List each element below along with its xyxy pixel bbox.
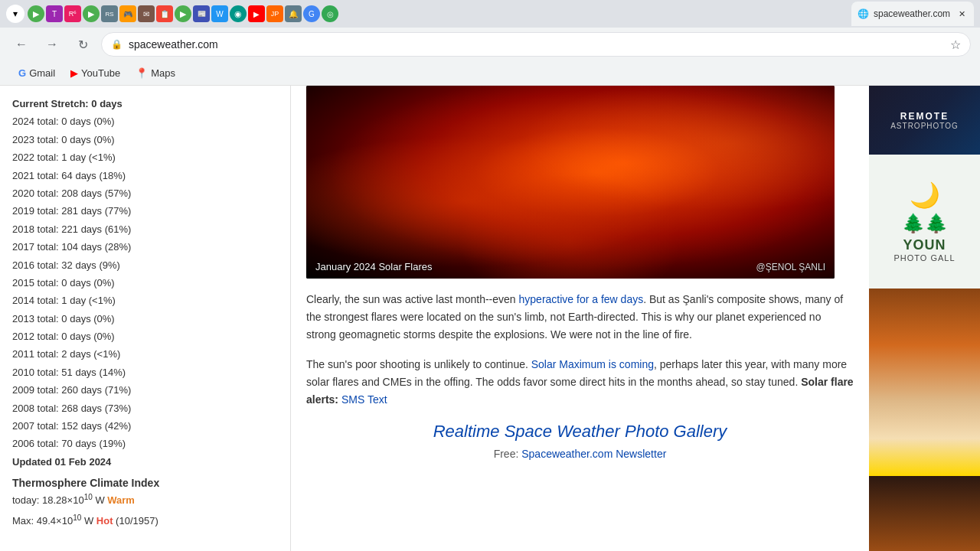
bookmark-button[interactable]: ☆ — [950, 37, 961, 52]
stat-2010: 2010 total: 51 days (14%) — [12, 364, 278, 381]
tab-icon-12[interactable]: ▶ — [248, 5, 265, 22]
tab-icon-9[interactable]: 📰 — [193, 5, 210, 22]
article-paragraph-2: The sun's poor shooting is unlikely to c… — [306, 356, 854, 409]
tree-icon: 🌲🌲 — [902, 213, 948, 234]
right-ad-2[interactable]: 🌙 🌲🌲 YOUN PHOTO GALL — [869, 155, 980, 289]
stat-2016: 2016 total: 32 days (9%) — [12, 256, 278, 274]
stat-2015: 2015 total: 0 days (0%) — [12, 274, 278, 292]
stat-2007: 2007 total: 152 days (42%) — [12, 417, 278, 435]
tab-icon-14[interactable]: 🔔 — [285, 5, 302, 22]
right-ad-3[interactable] — [869, 289, 980, 476]
stat-2023: 2023 total: 0 days (0%) — [12, 131, 278, 148]
tab-close-button[interactable]: ✕ — [956, 8, 968, 20]
ad1-line1: Remote — [890, 111, 959, 122]
hyperactive-link[interactable]: hyperactive for a few days — [519, 293, 644, 305]
stat-2011: 2011 total: 2 days (<1%) — [12, 345, 278, 363]
right-ad-4[interactable]: AvertedImag — [869, 476, 980, 551]
newsletter-link[interactable]: Spaceweather.com Newsletter — [521, 448, 666, 460]
thermosphere-max: Max: 49.4×1010 W Hot (10/1957) — [12, 511, 278, 530]
bookmark-maps[interactable]: 📍 Maps — [129, 64, 181, 82]
today-status: Warm — [107, 494, 135, 506]
image-caption-left: January 2024 Solar Flares — [315, 261, 432, 272]
article-paragraph-1: Clearly, the sun was active last month--… — [306, 291, 854, 344]
right-ad-1[interactable]: Remote Astrophotog — [869, 86, 980, 155]
tab-icon-16[interactable]: ◎ — [322, 5, 338, 22]
tab-icon-7[interactable]: 📋 — [156, 5, 173, 22]
bookmark-youtube-label: YouTube — [81, 67, 120, 79]
solar-image-bg — [306, 86, 835, 279]
tab-icon-0[interactable]: ▶ — [28, 5, 44, 22]
solar-surface-overlay — [306, 86, 835, 279]
secure-icon: 🔒 — [111, 39, 122, 50]
gallery-heading-link[interactable]: Realtime Space Weather Photo Gallery — [306, 422, 854, 442]
p2-before: The sun's poor shooting is unlikely to c… — [306, 358, 531, 370]
bookmark-maps-label: Maps — [151, 67, 175, 79]
newsletter-text: Free: Spaceweather.com Newsletter — [306, 448, 854, 460]
tab-icon-4[interactable]: RS — [101, 5, 118, 22]
max-status: Hot — [96, 515, 113, 527]
p1-before: Clearly, the sun was active last month--… — [306, 293, 519, 305]
tab-icon-2[interactable]: R⁶ — [64, 5, 81, 22]
stat-2020: 2020 total: 208 days (57%) — [12, 184, 278, 202]
gmail-icon: G — [18, 67, 26, 79]
tab-icon-6[interactable]: ✉ — [138, 5, 155, 22]
solar-image: January 2024 Solar Flares @ŞENOL ŞANLI — [306, 86, 835, 279]
thermosphere-title: Thermosphere Climate Index — [12, 477, 278, 489]
active-tab-label: spaceweather.com — [874, 8, 950, 19]
youtube-icon: ▶ — [70, 67, 78, 79]
active-tab[interactable]: 🌐 spaceweather.com ✕ — [851, 2, 974, 26]
stat-2008: 2008 total: 268 days (73%) — [12, 399, 278, 417]
tab-icon-3[interactable]: ▶ — [83, 5, 100, 22]
bookmark-youtube[interactable]: ▶ YouTube — [64, 64, 126, 82]
toolbar: ← → ↻ 🔒 spaceweather.com ☆ — [0, 28, 980, 61]
back-button[interactable]: ← — [9, 32, 34, 57]
stat-2006: 2006 total: 70 days (19%) — [12, 435, 278, 452]
url-text: spaceweather.com — [129, 38, 944, 51]
thermosphere-section: Thermosphere Climate Index today: 18.28×… — [12, 477, 278, 530]
stat-2017: 2017 total: 104 days (28%) — [12, 238, 278, 256]
stat-2024: 2024 total: 0 days (0%) — [12, 112, 278, 130]
tab-icon-5[interactable]: 🎮 — [119, 5, 136, 22]
moon-icon: 🌙 — [910, 181, 940, 210]
stat-2013: 2013 total: 0 days (0%) — [12, 310, 278, 328]
bookmark-gmail[interactable]: G Gmail — [12, 64, 61, 82]
content-area: Current Stretch: 0 days 2024 total: 0 da… — [0, 86, 980, 551]
forward-button[interactable]: → — [40, 32, 64, 57]
sidebar-stats: Current Stretch: 0 days 2024 total: 0 da… — [12, 95, 278, 453]
tab-icon-8[interactable]: ▶ — [175, 5, 191, 22]
tab-icon-15[interactable]: G — [303, 5, 320, 22]
stat-2021: 2021 total: 64 days (18%) — [12, 167, 278, 184]
stat-2018: 2018 total: 221 days (61%) — [12, 220, 278, 238]
reload-button[interactable]: ↻ — [70, 32, 95, 57]
ad1-line2: Astrophotog — [890, 122, 959, 130]
stat-2019: 2019 total: 281 days (77%) — [12, 202, 278, 220]
tab-icon-13[interactable]: JP — [266, 5, 283, 22]
free-label: Free: — [494, 448, 519, 460]
maps-icon: 📍 — [136, 67, 148, 79]
tab-icon-1[interactable]: T — [46, 5, 63, 22]
stat-2012: 2012 total: 0 days (0%) — [12, 328, 278, 345]
stat-2014: 2014 total: 1 day (<1%) — [12, 292, 278, 309]
image-caption-right: @ŞENOL ŞANLI — [756, 262, 825, 272]
bookmark-gmail-label: Gmail — [29, 67, 55, 79]
bookmarks-bar: G Gmail ▶ YouTube 📍 Maps — [0, 61, 980, 86]
address-bar[interactable]: 🔒 spaceweather.com ☆ — [101, 32, 971, 57]
ad2-title: YOUN — [903, 237, 946, 253]
left-sidebar: Current Stretch: 0 days 2024 total: 0 da… — [0, 86, 291, 551]
tab-icon-11[interactable]: ◉ — [230, 5, 247, 22]
updated-date: Updated 01 Feb 2024 — [12, 456, 278, 468]
thermosphere-today: today: 18.28×1010 W Warm — [12, 491, 278, 510]
tab-icons-list: ▶ T R⁶ ▶ RS 🎮 ✉ 📋 ▶ 📰 W ◉ ▶ JP 🔔 G ◎ — [28, 5, 848, 22]
tab-bar: ▾ ▶ T R⁶ ▶ RS 🎮 ✉ 📋 ▶ 📰 W ◉ ▶ JP 🔔 G ◎ 🌐… — [0, 0, 980, 28]
stat-2022: 2022 total: 1 day (<1%) — [12, 148, 278, 166]
solar-maximum-link[interactable]: Solar Maximum is coming — [531, 358, 654, 370]
main-content: January 2024 Solar Flares @ŞENOL ŞANLI C… — [291, 86, 869, 551]
sms-text-link[interactable]: SMS Text — [341, 393, 387, 406]
tab-favicon: 🌐 — [858, 8, 869, 19]
stat-2009: 2009 total: 260 days (71%) — [12, 381, 278, 399]
tab-group-button[interactable]: ▾ — [6, 5, 24, 23]
right-sidebar: Remote Astrophotog 🌙 🌲🌲 YOUN PHOTO GALL … — [869, 86, 980, 551]
ad2-subtitle: PHOTO GALL — [893, 253, 955, 262]
tab-icon-10[interactable]: W — [211, 5, 228, 22]
current-stretch: Current Stretch: 0 days — [12, 98, 122, 109]
